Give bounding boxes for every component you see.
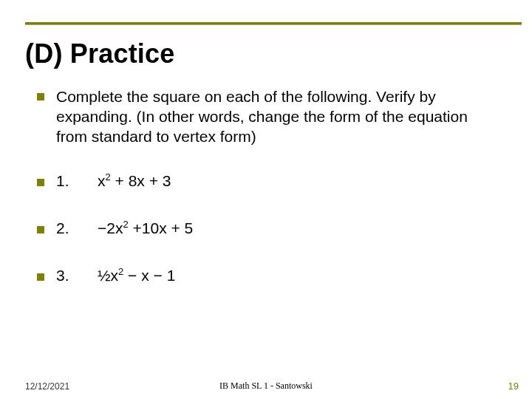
intro-row: Complete the square on each of the follo… — [37, 87, 502, 147]
item-expression: ½x2 − x − 1 — [98, 267, 175, 284]
list-item: 3. ½x2 − x − 1 — [37, 267, 502, 284]
slide-content: Complete the square on each of the follo… — [37, 87, 502, 284]
item-number: 2. — [56, 219, 98, 237]
intro-text: Complete the square on each of the follo… — [56, 87, 502, 147]
item-expression: x2 + 8x + 3 — [98, 172, 171, 190]
top-rule-shadow — [25, 24, 522, 25]
item-number: 1. — [56, 172, 98, 190]
bullet-icon — [37, 93, 44, 100]
list-item: 1. x2 + 8x + 3 — [37, 172, 502, 190]
bullet-icon — [37, 179, 44, 186]
list-item: 2. −2x2 +10x + 5 — [37, 219, 502, 237]
item-expression: −2x2 +10x + 5 — [98, 219, 193, 237]
footer-page-number: 19 — [508, 381, 519, 392]
item-number: 3. — [56, 267, 98, 284]
footer-center: IB Math SL 1 - Santowski — [0, 381, 532, 392]
slide-footer: 12/12/2021 IB Math SL 1 - Santowski 19 — [0, 377, 532, 392]
slide-title: (D) Practice — [25, 38, 174, 69]
bullet-icon — [37, 226, 44, 233]
bullet-icon — [37, 273, 44, 281]
